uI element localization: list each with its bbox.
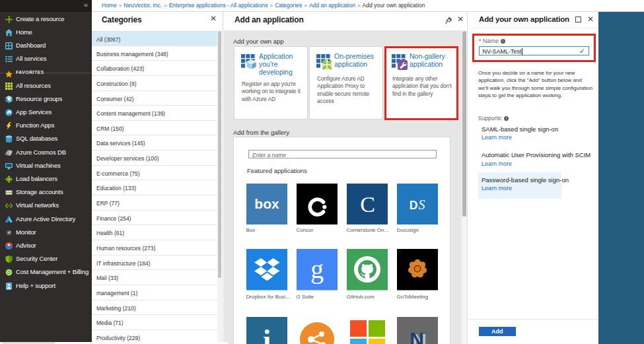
svg-text:S: S	[418, 197, 425, 211]
svg-text:box: box	[254, 196, 279, 211]
svg-text:C: C	[360, 192, 375, 217]
svg-text:N: N	[410, 328, 424, 344]
svg-text:i: i	[262, 324, 270, 344]
svg-text:g: g	[310, 254, 324, 284]
svg-text:D: D	[409, 198, 417, 211]
